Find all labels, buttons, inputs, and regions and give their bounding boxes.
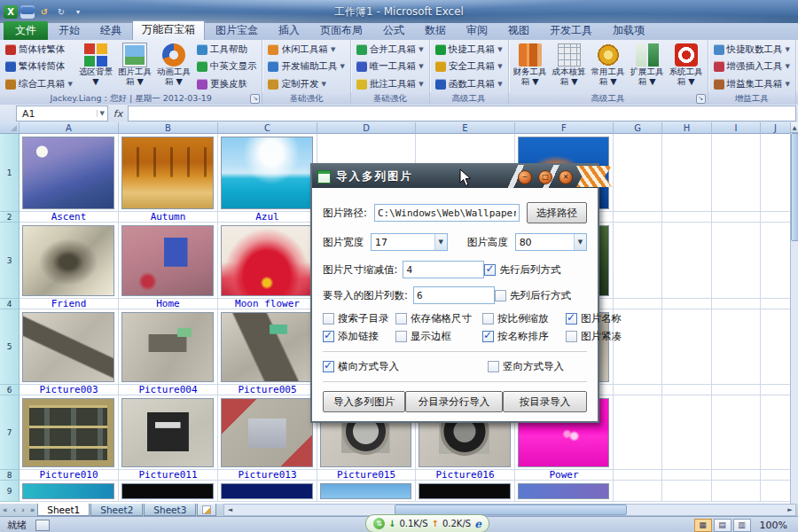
option-checkbox[interactable]: 图片紧凑 [566, 330, 622, 343]
tab[interactable]: 经典 [90, 21, 131, 40]
grid-cell[interactable] [761, 309, 791, 385]
grid-cell[interactable] [761, 134, 791, 212]
caption-cell[interactable]: Home [119, 299, 218, 309]
row-header[interactable]: 5 [0, 309, 20, 385]
grid-cell[interactable] [614, 481, 662, 502]
grid-cell[interactable] [515, 481, 614, 502]
ribbon-button[interactable]: 合并工具箱▼ [354, 42, 426, 57]
grid-cell[interactable] [119, 395, 218, 470]
grid-cell[interactable] [614, 212, 662, 223]
chevron-down-icon[interactable]: ▼ [97, 110, 107, 117]
maximize-button[interactable]: □ [538, 170, 552, 184]
tab[interactable]: 公式 [373, 21, 414, 40]
dialog-launcher-icon[interactable]: ↘ [696, 94, 706, 104]
caption-cell[interactable]: Picture004 [119, 385, 218, 395]
dialog-launcher-icon[interactable]: ↘ [250, 94, 260, 104]
tab[interactable]: 审阅 [457, 21, 497, 40]
ribbon-button[interactable]: 快捷取数工具▼ [711, 42, 793, 57]
grid-cell[interactable] [662, 299, 712, 309]
import-multicolumn-button[interactable]: 导入多列图片 [323, 391, 405, 412]
grid-cell[interactable] [662, 470, 712, 481]
grid-cell[interactable] [218, 481, 317, 502]
option-checkbox[interactable]: 显示边框 [395, 330, 481, 343]
grid-cell[interactable] [662, 385, 712, 395]
macro-record-icon[interactable] [35, 520, 50, 531]
column-header[interactable]: C [218, 122, 317, 134]
row-header[interactable]: 2 [0, 212, 20, 223]
caption-cell[interactable]: Friend [20, 299, 119, 309]
row-first-checkbox[interactable]: 先行后列方式 [484, 263, 587, 277]
column-header[interactable]: E [416, 122, 515, 134]
caption-cell[interactable]: Picture003 [20, 385, 119, 395]
ribbon-button[interactable]: 工具帮助 [194, 42, 260, 57]
column-header[interactable]: B [119, 122, 218, 134]
ribbon-button[interactable]: 开发辅助工具▼ [265, 59, 347, 74]
scroll-up-icon[interactable]: ▲ [791, 122, 798, 133]
next-sheet-icon[interactable]: › [19, 505, 27, 514]
col-first-checkbox[interactable]: 先列后行方式 [495, 289, 587, 302]
grid-cell[interactable] [761, 223, 791, 299]
grid-cell[interactable] [614, 134, 662, 212]
sheet-tab[interactable]: Sheet1 [37, 504, 90, 516]
path-input[interactable] [374, 204, 520, 222]
ribbon-button[interactable]: 财务工具箱 ▼ [511, 41, 550, 92]
vertical-scroll-thumb[interactable] [791, 133, 798, 241]
caption-cell[interactable]: Picture016 [416, 470, 515, 481]
ribbon-button[interactable]: 简体转繁体 [3, 42, 75, 57]
page-break-view-button[interactable]: ▥ [733, 519, 751, 532]
ribbon-button[interactable]: 批注工具箱▼ [354, 76, 426, 91]
column-header[interactable]: D [317, 122, 416, 134]
column-header[interactable]: F [515, 122, 614, 134]
formula-input[interactable] [128, 106, 796, 121]
tab[interactable]: 万能百宝箱 [132, 20, 205, 40]
column-header[interactable]: A [20, 122, 119, 134]
ribbon-button[interactable]: 扩展工具箱 ▼ [628, 41, 667, 92]
chevron-down-icon[interactable]: ▼ [434, 234, 447, 250]
tab[interactable]: 插入 [269, 21, 309, 40]
columns-input[interactable] [413, 286, 495, 304]
ribbon-button[interactable]: 快捷工具箱▼ [433, 42, 505, 57]
grid-cell[interactable] [614, 299, 662, 309]
grid-cell[interactable] [712, 212, 761, 223]
grid-cell[interactable] [712, 299, 761, 309]
ribbon-button[interactable]: 图片工具箱 ▼ [115, 41, 154, 92]
first-sheet-icon[interactable]: « [0, 505, 11, 514]
grid-cell[interactable] [317, 481, 416, 502]
grid-cell[interactable] [712, 385, 761, 395]
grid-cell[interactable] [761, 481, 791, 502]
network-speed-widget[interactable]: ⇅ ↓ 0.1K/S ↑ 0.2K/S e [365, 514, 489, 532]
grid-cell[interactable] [761, 470, 791, 481]
minimize-button[interactable]: ─ [518, 170, 532, 184]
last-sheet-icon[interactable]: » [27, 505, 38, 514]
grid-cell[interactable] [662, 223, 712, 299]
ribbon-button[interactable]: 繁体转简体 [3, 59, 75, 74]
scroll-right-icon[interactable]: ► [785, 506, 795, 513]
ribbon-button[interactable]: 动画工具箱 ▼ [154, 41, 193, 92]
grid-cell[interactable] [712, 481, 761, 502]
ribbon-button[interactable]: 更换皮肤 [194, 76, 260, 91]
grid-cell[interactable] [614, 385, 662, 395]
grid-cell[interactable] [662, 395, 712, 470]
tab[interactable]: 开发工具 [540, 21, 602, 40]
grid-cell[interactable] [20, 395, 119, 470]
width-select[interactable]: 17▼ [371, 233, 448, 251]
tab[interactable]: 开始 [49, 21, 90, 40]
caption-cell[interactable]: Ascent [20, 212, 119, 223]
grid-cell[interactable] [218, 223, 317, 299]
ribbon-button[interactable]: 选区背景 ▼ [76, 41, 115, 92]
column-header[interactable]: G [614, 122, 662, 134]
import-by-directory-button[interactable]: 按目录导入 [503, 391, 587, 412]
column-header[interactable]: I [712, 122, 761, 134]
grid-cell[interactable] [614, 470, 662, 481]
grid-cell[interactable] [761, 385, 791, 395]
ribbon-button[interactable]: 增益集工具箱▼ [711, 76, 793, 91]
horizontal-import-checkbox[interactable]: 横向方式导入 [323, 360, 399, 373]
tab[interactable]: 数据 [415, 21, 456, 40]
ribbon-button[interactable]: 定制开发▼ [265, 76, 347, 91]
grid-cell[interactable] [662, 212, 712, 223]
tab[interactable]: 文件 [4, 21, 48, 40]
grid-cell[interactable] [712, 223, 761, 299]
option-checkbox[interactable]: 依存储格尺寸 [395, 312, 481, 325]
row-header[interactable]: 8 [0, 470, 20, 481]
option-checkbox[interactable]: 图片名称 [566, 312, 622, 325]
